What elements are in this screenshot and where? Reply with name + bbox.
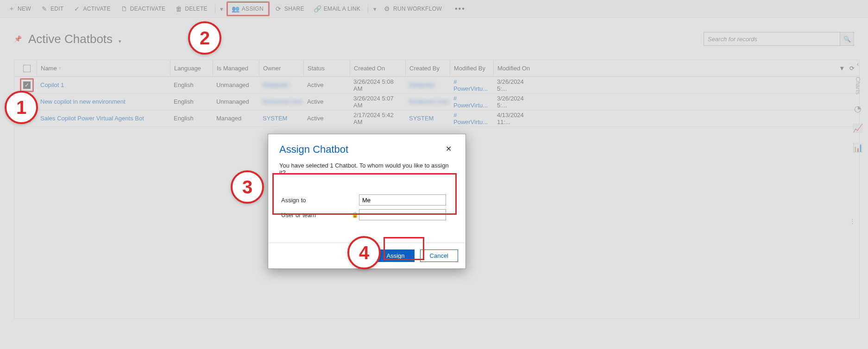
assign-button[interactable]: 👥 ASSIGN xyxy=(226,1,270,16)
table-row[interactable]: New copilot in new environmentEnglishUnm… xyxy=(14,93,859,110)
cell-owner: Redacted xyxy=(259,81,303,88)
email-label: EMAIL A LINK xyxy=(324,6,360,12)
line-chart-icon[interactable]: 📈 xyxy=(853,123,863,133)
cell-modified-on: 3/26/2024 5:... xyxy=(493,95,539,109)
cell-created-on: 3/26/2024 5:07 AM xyxy=(350,95,405,109)
cell-is-managed: Unmanaged xyxy=(213,81,259,88)
activate-label: ACTIVATE xyxy=(83,6,110,12)
edit-button[interactable]: ✎ EDIT xyxy=(37,3,69,15)
cell-modified-on: 3/26/2024 5:... xyxy=(493,78,539,92)
deactivate-button[interactable]: 🗋 DEACTIVATE xyxy=(116,3,170,15)
sort-ascending-icon: ↑ xyxy=(59,66,61,71)
filter-icon[interactable]: ▼ xyxy=(839,65,845,72)
bar-chart-icon[interactable]: 📊 xyxy=(853,143,863,153)
column-modified-on[interactable]: Modified On xyxy=(493,60,539,76)
cell-is-managed: Managed xyxy=(213,115,259,122)
cell-status: Active xyxy=(303,98,350,105)
cell-modified-by[interactable]: # PowerVirtu... xyxy=(450,112,493,125)
view-title[interactable]: Active Chatbots ▾ xyxy=(28,32,121,46)
column-created-by[interactable]: Created By xyxy=(405,60,450,76)
annotation-badge-2: 2 xyxy=(188,21,221,55)
column-created-on[interactable]: Created On xyxy=(350,60,405,76)
delete-dropdown[interactable]: ▾ xyxy=(218,3,226,15)
cell-language: English xyxy=(170,98,213,105)
more-commands[interactable]: ••• xyxy=(447,2,473,16)
ellipsis-icon: ••• xyxy=(452,5,468,13)
col-name-label: Name xyxy=(41,65,57,72)
cell-modified-by[interactable]: # PowerVirtu... xyxy=(450,78,493,92)
cancel-icon: 🗋 xyxy=(121,6,127,12)
charts-label[interactable]: Charts xyxy=(855,77,862,94)
command-toolbar: ＋ NEW ✎ EDIT ✓ ACTIVATE 🗋 DEACTIVATE 🗑 D… xyxy=(0,0,868,18)
cell-modified-on: 4/13/2024 11:... xyxy=(493,112,539,125)
separator xyxy=(368,4,368,13)
cell-language: English xyxy=(170,81,213,88)
cell-status: Active xyxy=(303,81,350,88)
cell-created-by: Redacted User xyxy=(405,98,450,105)
dialog-body: Assign to User or team 🔒 xyxy=(277,183,457,234)
cell-created-by: Redacted xyxy=(405,81,450,88)
column-language[interactable]: Language xyxy=(170,60,213,76)
assign-icon: 👥 xyxy=(233,6,239,12)
column-owner[interactable]: Owner xyxy=(259,60,303,76)
cell-language: English xyxy=(170,115,213,122)
cell-created-by[interactable]: SYSTEM xyxy=(405,115,450,122)
search-button[interactable]: 🔍 xyxy=(840,32,854,46)
cell-owner[interactable]: SYSTEM xyxy=(259,115,303,122)
edit-label: EDIT xyxy=(50,6,64,12)
select-all-checkbox[interactable] xyxy=(23,65,31,72)
assign-label: ASSIGN xyxy=(242,6,264,12)
check-icon: ✓ xyxy=(74,6,80,12)
search-input[interactable] xyxy=(704,32,840,46)
close-icon[interactable]: ✕ xyxy=(443,143,454,154)
chevron-left-icon[interactable]: ‹ xyxy=(857,60,859,68)
annotation-badge-3: 3 xyxy=(231,170,264,204)
row-checkbox[interactable]: ✓ xyxy=(23,81,31,89)
record-name-link[interactable]: Copilot 1 xyxy=(37,81,170,88)
new-button[interactable]: ＋ NEW xyxy=(4,3,36,15)
cell-modified-by[interactable]: # PowerVirtu... xyxy=(450,95,493,109)
dialog-title: Assign Chatbot xyxy=(279,143,348,156)
workflow-button[interactable]: ⚙ RUN WORKFLOW xyxy=(379,3,447,15)
workflow-label: RUN WORKFLOW xyxy=(393,6,442,12)
pie-chart-icon[interactable]: ◔ xyxy=(854,104,862,114)
activate-button[interactable]: ✓ ACTIVATE xyxy=(69,3,115,15)
annotation-badge-4: 4 xyxy=(347,236,381,269)
assign-to-label: Assign to xyxy=(281,197,351,204)
record-name-link[interactable]: Sales Copilot Power Virtual Agents Bot xyxy=(37,115,170,122)
pin-icon[interactable]: 📌 xyxy=(14,35,22,43)
assign-confirm-button[interactable]: Assign xyxy=(377,249,415,262)
delete-label: DELETE xyxy=(185,6,207,12)
table-row[interactable]: ✓Copilot 1EnglishUnmanagedRedactedActive… xyxy=(14,77,859,93)
cancel-button[interactable]: Cancel xyxy=(420,249,458,262)
email-dropdown[interactable]: ▾ xyxy=(371,3,378,15)
column-modified-by[interactable]: Modified By xyxy=(450,60,493,76)
email-link-button[interactable]: 🔗 EMAIL A LINK xyxy=(310,3,365,15)
link-icon: 🔗 xyxy=(314,6,321,12)
column-status[interactable]: Status xyxy=(303,60,350,76)
view-header: 📌 Active Chatbots ▾ 🔍 xyxy=(0,18,868,60)
column-name[interactable]: Name ↑ xyxy=(37,60,170,76)
lock-icon: 🔒 xyxy=(351,212,359,218)
delete-button[interactable]: 🗑 DELETE xyxy=(171,3,212,15)
search-icon: 🔍 xyxy=(843,36,851,43)
trash-icon: 🗑 xyxy=(176,6,182,12)
separator xyxy=(215,4,215,13)
record-name-link[interactable]: New copilot in new environment xyxy=(37,98,170,105)
row-more-indicator[interactable]: ⋮ xyxy=(572,218,855,224)
user-team-label: User or team xyxy=(281,212,351,218)
plus-icon: ＋ xyxy=(8,6,15,12)
cell-created-on: 2/17/2024 5:42 AM xyxy=(350,112,405,125)
share-label: SHARE xyxy=(284,6,304,12)
share-button[interactable]: ⟳ SHARE xyxy=(270,3,309,15)
workflow-icon: ⚙ xyxy=(384,6,390,12)
cell-created-on: 3/26/2024 5:08 AM xyxy=(350,78,405,92)
user-team-input[interactable] xyxy=(359,209,446,220)
column-is-managed[interactable]: Is Managed xyxy=(213,60,259,76)
table-row[interactable]: Sales Copilot Power Virtual Agents BotEn… xyxy=(14,110,859,127)
pencil-icon: ✎ xyxy=(41,6,48,12)
view-title-text: Active Chatbots xyxy=(28,32,113,46)
share-icon: ⟳ xyxy=(275,6,282,12)
cell-is-managed: Unmanaged xyxy=(213,98,259,105)
assign-to-input[interactable] xyxy=(359,194,446,206)
